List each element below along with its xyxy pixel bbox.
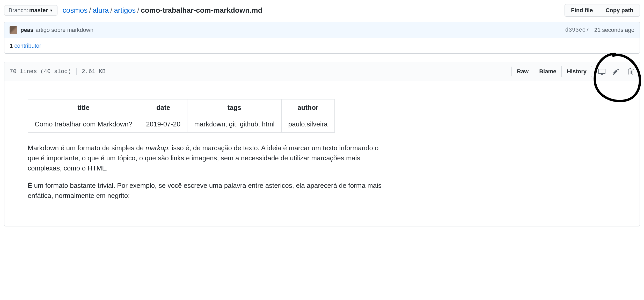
history-button[interactable]: History bbox=[562, 66, 592, 77]
breadcrumb-link-alura[interactable]: alura bbox=[93, 6, 109, 15]
file-size: 2.61 KB bbox=[82, 68, 106, 75]
fm-header-title: title bbox=[28, 99, 139, 116]
commit-time: 21 seconds ago bbox=[594, 27, 634, 33]
branch-prefix: Branch: bbox=[9, 7, 28, 14]
desktop-icon[interactable] bbox=[598, 68, 605, 75]
commit-message-link[interactable]: artigo sobre markdown bbox=[35, 27, 93, 33]
fm-header-tags: tags bbox=[187, 99, 282, 116]
fm-header-author: author bbox=[281, 99, 334, 116]
fm-cell-title: Como trabalhar com Markdown? bbox=[28, 116, 139, 133]
chevron-down-icon: ▼ bbox=[49, 8, 53, 12]
trash-icon[interactable] bbox=[627, 68, 634, 75]
contributors-box: 1 contributor bbox=[4, 38, 640, 54]
fm-header-date: date bbox=[139, 99, 187, 116]
commit-sha-link[interactable]: d393ec7 bbox=[565, 27, 589, 33]
find-file-button[interactable]: Find file bbox=[565, 4, 599, 17]
breadcrumb: cosmos / alura / artigos / como-trabalha… bbox=[63, 6, 565, 15]
avatar[interactable] bbox=[10, 26, 17, 34]
contributors-link[interactable]: 1 contributor bbox=[10, 42, 41, 49]
copy-path-button[interactable]: Copy path bbox=[599, 4, 640, 17]
commit-author-link[interactable]: peas bbox=[20, 27, 33, 33]
frontmatter-table: title date tags author Como trabalhar co… bbox=[28, 99, 335, 133]
breadcrumb-separator: / bbox=[110, 6, 112, 15]
fm-cell-author: paulo.silveira bbox=[281, 116, 334, 133]
paragraph-2: É um formato bastante trivial. Por exemp… bbox=[28, 181, 382, 201]
divider bbox=[76, 68, 77, 75]
paragraph-1: Markdown é um formato de simples de mark… bbox=[28, 143, 382, 173]
fm-cell-tags: markdown, git, github, html bbox=[187, 116, 282, 133]
contributors-count: 1 bbox=[10, 42, 13, 49]
table-row: Como trabalhar com Markdown? 2019-07-20 … bbox=[28, 116, 335, 133]
blame-button[interactable]: Blame bbox=[534, 66, 562, 77]
contributors-label: contributor bbox=[14, 42, 41, 49]
breadcrumb-separator: / bbox=[137, 6, 139, 15]
breadcrumb-separator: / bbox=[89, 6, 91, 15]
commit-tease: peas artigo sobre markdown d393ec7 21 se… bbox=[4, 22, 640, 38]
file-lines: 70 lines (40 sloc) bbox=[10, 68, 71, 75]
fm-cell-date: 2019-07-20 bbox=[139, 116, 187, 133]
breadcrumb-link-cosmos[interactable]: cosmos bbox=[63, 6, 87, 15]
rendered-markdown: title date tags author Como trabalhar co… bbox=[4, 81, 640, 226]
branch-select-button[interactable]: Branch: master ▼ bbox=[4, 5, 57, 16]
breadcrumb-link-artigos[interactable]: artigos bbox=[114, 6, 136, 15]
file-header: 70 lines (40 sloc) 2.61 KB Raw Blame His… bbox=[4, 62, 640, 81]
branch-name: master bbox=[29, 7, 48, 14]
raw-button[interactable]: Raw bbox=[511, 66, 534, 77]
pencil-icon[interactable] bbox=[613, 68, 620, 75]
breadcrumb-current-file: como-trabalhar-com-markdown.md bbox=[141, 6, 262, 15]
